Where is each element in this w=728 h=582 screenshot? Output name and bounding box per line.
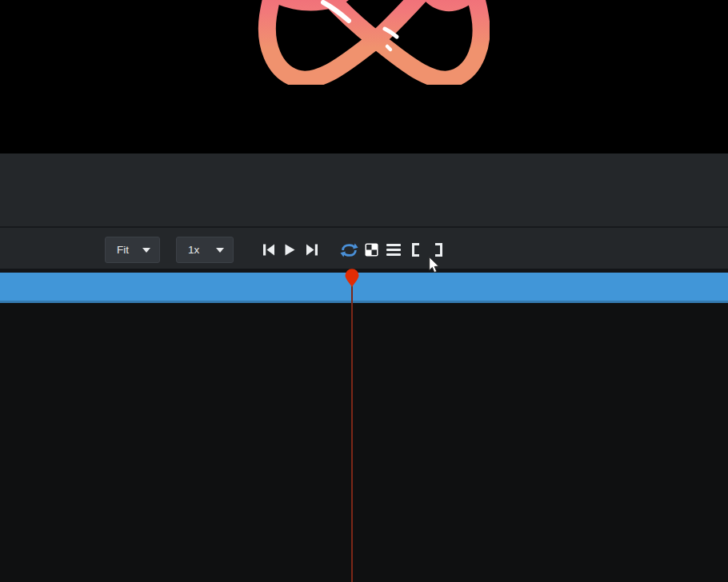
menu-button[interactable] bbox=[385, 237, 402, 263]
zoom-select-value: Fit bbox=[117, 245, 129, 256]
speed-select[interactable]: 1x bbox=[176, 237, 234, 263]
speed-select-value: 1x bbox=[188, 245, 199, 256]
hamburger-icon bbox=[386, 244, 401, 257]
play-button[interactable] bbox=[282, 237, 298, 263]
checkerboard-background-button[interactable] bbox=[363, 237, 379, 263]
logo-top-band bbox=[275, 0, 474, 11]
loop-icon bbox=[340, 243, 358, 257]
skip-to-start-icon bbox=[262, 244, 275, 256]
pretzel-logo-animation bbox=[258, 0, 490, 85]
panel-background bbox=[0, 153, 728, 226]
playhead-line bbox=[351, 285, 353, 582]
preview-area bbox=[0, 0, 728, 153]
play-icon bbox=[285, 244, 295, 256]
loop-toggle-button[interactable] bbox=[338, 237, 359, 263]
checkerboard-icon bbox=[365, 243, 378, 257]
zoom-select[interactable]: Fit bbox=[105, 237, 160, 263]
skip-to-start-button[interactable] bbox=[261, 237, 277, 263]
skip-to-end-icon bbox=[306, 244, 318, 256]
playhead-marker[interactable] bbox=[343, 269, 361, 288]
animation-player-window: Fit 1x bbox=[0, 0, 728, 582]
skip-to-end-button[interactable] bbox=[304, 237, 320, 263]
close-bracket-icon bbox=[435, 243, 442, 257]
player-toolbar: Fit 1x bbox=[0, 228, 728, 269]
in-point-button[interactable] bbox=[410, 237, 421, 263]
timeline-tracks-area bbox=[0, 303, 728, 582]
out-point-button[interactable] bbox=[433, 237, 444, 263]
chevron-down-icon bbox=[216, 248, 224, 253]
chevron-down-icon bbox=[142, 248, 150, 253]
open-bracket-icon bbox=[412, 243, 419, 257]
timeline-scrubber[interactable] bbox=[0, 273, 728, 303]
